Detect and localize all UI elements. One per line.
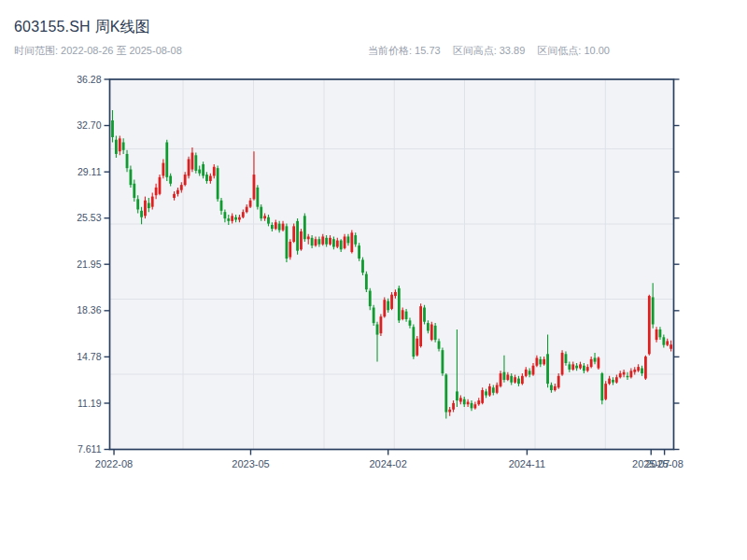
candle bbox=[292, 224, 295, 244]
candle bbox=[194, 153, 197, 174]
svg-text:7.611: 7.611 bbox=[78, 443, 102, 455]
plot-background bbox=[110, 79, 674, 450]
candle bbox=[430, 322, 433, 342]
candle bbox=[300, 229, 303, 251]
x-axis-labels: 2022-082023-052024-022024-112025-072025-… bbox=[95, 458, 684, 469]
candle bbox=[423, 305, 426, 325]
candle bbox=[442, 347, 444, 375]
candle bbox=[165, 140, 168, 181]
svg-text:2024-11: 2024-11 bbox=[509, 458, 546, 469]
candle bbox=[256, 185, 259, 209]
candle bbox=[289, 239, 291, 259]
candle bbox=[303, 214, 306, 242]
candle bbox=[358, 243, 360, 260]
y-axis-labels: 36.2832.7029.1125.5321.9518.3614.7811.19… bbox=[77, 74, 101, 455]
svg-text:21.95: 21.95 bbox=[77, 259, 101, 270]
svg-text:25.53: 25.53 bbox=[77, 212, 101, 223]
candle bbox=[398, 286, 401, 323]
candle bbox=[390, 292, 393, 310]
svg-text:2025-08: 2025-08 bbox=[645, 458, 683, 469]
candle bbox=[598, 357, 600, 370]
candle bbox=[379, 314, 382, 336]
candle bbox=[350, 231, 353, 254]
svg-text:29.11: 29.11 bbox=[78, 166, 102, 177]
candle bbox=[648, 295, 651, 356]
candle bbox=[600, 372, 603, 405]
candle bbox=[361, 258, 364, 275]
svg-text:36.28: 36.28 bbox=[77, 74, 101, 85]
candle bbox=[365, 272, 368, 292]
candle bbox=[444, 373, 447, 418]
svg-text:32.70: 32.70 bbox=[77, 119, 101, 131]
candle bbox=[561, 350, 564, 376]
candle bbox=[383, 297, 386, 317]
svg-text:11.19: 11.19 bbox=[78, 398, 102, 409]
candle bbox=[373, 305, 375, 326]
candle bbox=[286, 224, 289, 262]
candle bbox=[604, 381, 607, 400]
candle bbox=[296, 218, 299, 255]
candle bbox=[416, 336, 418, 357]
candle bbox=[159, 175, 162, 195]
kline-chart: 36.2832.7029.1125.5321.9518.3614.7811.19… bbox=[0, 0, 747, 560]
candle bbox=[644, 356, 647, 380]
candle bbox=[434, 323, 437, 343]
svg-text:18.36: 18.36 bbox=[77, 304, 101, 315]
candle bbox=[419, 303, 422, 347]
candle bbox=[188, 157, 190, 179]
svg-text:14.78: 14.78 bbox=[77, 351, 101, 362]
candle bbox=[217, 165, 219, 202]
svg-text:2022-08: 2022-08 bbox=[95, 458, 133, 469]
candle bbox=[412, 324, 415, 358]
svg-text:2024-02: 2024-02 bbox=[369, 458, 406, 469]
svg-text:2023-05: 2023-05 bbox=[232, 458, 269, 469]
